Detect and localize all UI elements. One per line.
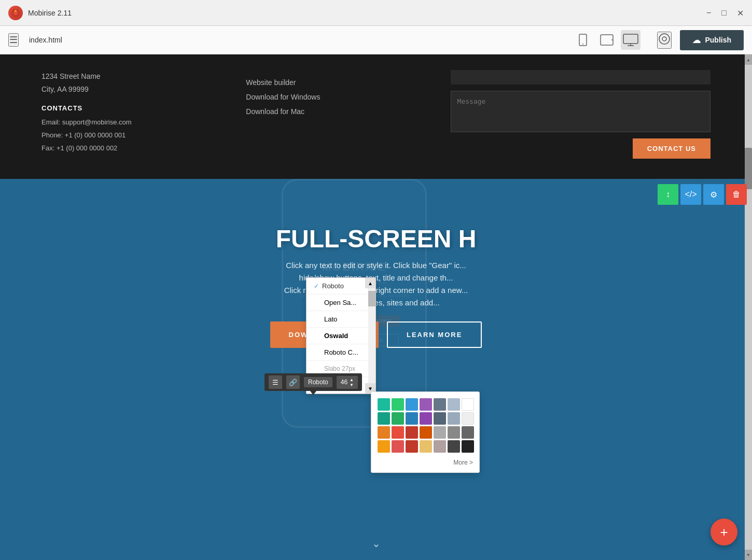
footer-message-textarea[interactable] — [451, 91, 711, 132]
color-picker: More > — [371, 391, 480, 473]
color-swatch-white[interactable] — [462, 398, 474, 411]
format-font-size: 46 ▲ ▼ — [337, 376, 358, 389]
hero-buttons: DOWNLOAD NOW LEARN MORE — [0, 321, 752, 348]
fab-add-btn[interactable]: + — [711, 519, 737, 545]
color-swatch[interactable] — [420, 440, 432, 453]
block-code-btn[interactable]: </> — [680, 184, 701, 205]
color-grid — [378, 398, 473, 453]
toolbar-right: ☁ Publish — [657, 30, 744, 50]
font-item-opensans[interactable]: Open Sa... — [307, 295, 375, 311]
hero-section: ↕ </> ⚙ 🗑 MOBIRISE WEBSITE BUILDER Creat… — [0, 179, 752, 560]
mobile-device-btn[interactable] — [573, 30, 593, 50]
color-more-btn[interactable]: More > — [378, 457, 473, 466]
cloud-icon: ☁ — [692, 35, 701, 45]
scroll-arrow: ⌄ — [372, 537, 381, 550]
color-swatch[interactable] — [406, 426, 418, 439]
color-swatch[interactable] — [392, 412, 404, 425]
footer-fax: Fax: +1 (0) 000 0000 002 — [41, 142, 215, 155]
font-item-oswald[interactable]: Oswald — [307, 328, 375, 344]
format-font-name[interactable]: Roboto — [304, 377, 332, 387]
font-label-opensans: Open Sa... — [324, 299, 356, 306]
address-line2: City, AA 99999 — [41, 83, 215, 96]
color-swatch[interactable] — [462, 412, 474, 425]
svg-point-10 — [659, 34, 670, 44]
footer-phone: Phone: +1 (0) 000 0000 001 — [41, 129, 215, 142]
filename-label: index.html — [29, 36, 62, 44]
address-line1: 1234 Street Name — [41, 70, 215, 83]
window-controls: − □ ✕ — [706, 8, 744, 18]
scrollbar-down-btn[interactable]: ▼ — [745, 550, 752, 560]
footer-link-mac[interactable]: Download for Mac — [246, 104, 419, 119]
app-logo — [8, 6, 23, 20]
main-toolbar: ☰ index.html ☁ Publish — [0, 26, 752, 54]
footer-link-website-builder[interactable]: Website builder — [246, 75, 419, 90]
publish-btn[interactable]: ☁ Publish — [680, 30, 744, 50]
color-swatch[interactable] — [420, 426, 432, 439]
color-swatch[interactable] — [434, 440, 446, 453]
app-title: Mobirise 2.11 — [28, 9, 72, 17]
color-swatch[interactable] — [448, 440, 460, 453]
desktop-device-btn[interactable] — [621, 30, 640, 50]
font-item-lato[interactable]: Lato — [307, 311, 375, 328]
color-swatch[interactable] — [378, 426, 390, 439]
footer-link-windows[interactable]: Download for Windows — [246, 90, 419, 104]
svg-rect-7 — [623, 34, 638, 44]
contacts-title: CONTACTS — [41, 104, 215, 112]
text-format-bar: ☰ 🔗 Roboto 46 ▲ ▼ — [264, 373, 362, 391]
format-bar-pointer — [310, 391, 316, 395]
website-preview: 1234 Street Name City, AA 99999 CONTACTS… — [0, 54, 752, 560]
close-btn[interactable]: ✕ — [737, 8, 744, 18]
scrollbar-up-btn[interactable]: ▲ — [745, 54, 752, 65]
color-swatch[interactable] — [462, 440, 474, 453]
font-size-value: 46 — [341, 379, 347, 386]
footer-form-col: CONTACT US — [451, 70, 711, 163]
color-swatch[interactable] — [378, 440, 390, 453]
color-swatch[interactable] — [448, 412, 460, 425]
preview-btn[interactable] — [657, 32, 672, 49]
align-icon[interactable]: ☰ — [269, 375, 282, 389]
color-swatch[interactable] — [420, 398, 432, 411]
color-swatch[interactable] — [392, 398, 404, 411]
font-label-slabo: Slabo 27px — [324, 365, 355, 372]
footer-section: 1234 Street Name City, AA 99999 CONTACTS… — [0, 54, 752, 179]
svg-point-11 — [662, 37, 666, 41]
title-bar: Mobirise 2.11 − □ ✕ — [0, 0, 752, 26]
svg-rect-5 — [601, 35, 613, 45]
color-swatch[interactable] — [434, 398, 446, 411]
color-swatch[interactable] — [392, 426, 404, 439]
dropdown-arrow-up[interactable]: ▲ — [365, 278, 375, 288]
maximize-btn[interactable]: □ — [721, 8, 727, 18]
font-label-robotoc: Roboto C... — [324, 348, 358, 356]
contact-us-btn[interactable]: CONTACT US — [633, 138, 711, 159]
link-icon[interactable]: 🔗 — [286, 375, 300, 389]
hero-title[interactable]: FULL-SCREEN H — [0, 226, 752, 253]
menu-icon[interactable]: ☰ — [8, 33, 19, 47]
color-swatch[interactable] — [378, 398, 390, 411]
font-item-robotoc[interactable]: Roboto C... — [307, 344, 375, 361]
color-swatch[interactable] — [420, 412, 432, 425]
color-swatch[interactable] — [406, 412, 418, 425]
dropdown-scrollbar-thumb — [368, 291, 375, 306]
tablet-device-btn[interactable] — [597, 30, 617, 50]
block-actions: ↕ </> ⚙ 🗑 — [658, 184, 747, 205]
color-swatch[interactable] — [434, 412, 446, 425]
footer-address: 1234 Street Name City, AA 99999 — [41, 70, 215, 96]
color-swatch[interactable] — [378, 412, 390, 425]
minimize-btn[interactable]: − — [706, 8, 711, 18]
color-swatch[interactable] — [406, 440, 418, 453]
publish-label: Publish — [705, 36, 731, 44]
block-delete-btn[interactable]: 🗑 — [726, 184, 747, 205]
block-settings-btn[interactable]: ⚙ — [703, 184, 724, 205]
color-swatch[interactable] — [392, 440, 404, 453]
canvas-area: 1234 Street Name City, AA 99999 CONTACTS… — [0, 54, 752, 560]
color-swatch[interactable] — [434, 426, 446, 439]
font-label-lato: Lato — [324, 315, 337, 323]
block-move-btn[interactable]: ↕ — [658, 184, 678, 205]
color-swatch[interactable] — [448, 398, 460, 411]
color-swatch[interactable] — [406, 398, 418, 411]
color-swatch[interactable] — [448, 426, 460, 439]
color-swatch[interactable] — [462, 426, 474, 439]
font-size-arrows[interactable]: ▲ ▼ — [350, 377, 354, 387]
learn-more-btn[interactable]: LEARN MORE — [387, 321, 482, 348]
dropdown-scrollbar — [368, 288, 375, 383]
